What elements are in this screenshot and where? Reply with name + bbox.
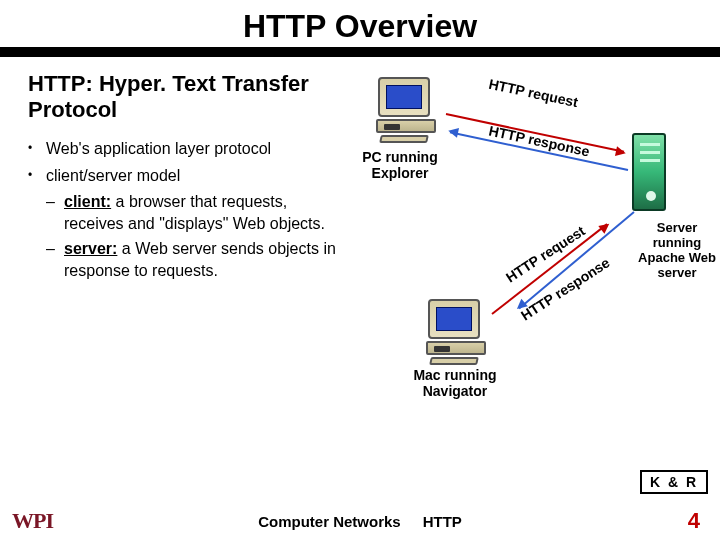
bullet-list: Web's application layer protocol client/… bbox=[28, 138, 338, 282]
server-label: Server running Apache Web server bbox=[634, 221, 720, 281]
sub-bullet-item: server: a Web server sends objects in re… bbox=[46, 238, 338, 281]
pc-label: PC running Explorer bbox=[360, 149, 440, 181]
footer-text: Computer Networks HTTP bbox=[258, 513, 462, 530]
pc-computer-icon bbox=[376, 77, 438, 143]
mac-computer-icon bbox=[426, 299, 488, 365]
request-label: HTTP request bbox=[487, 76, 579, 111]
footer: WPI Computer Networks HTTP 4 bbox=[0, 502, 720, 540]
page-number: 4 bbox=[688, 508, 700, 534]
sub-bullet-list: client: a browser that requests, receive… bbox=[46, 191, 338, 281]
logo-text: WPI bbox=[12, 508, 53, 534]
title-bar: HTTP Overview bbox=[0, 0, 720, 45]
bullet-item: client/server model client: a browser th… bbox=[28, 165, 338, 281]
mac-label: Mac running Navigator bbox=[410, 367, 500, 399]
text-column: HTTP: Hyper. Text Transfer Protocol Web'… bbox=[28, 71, 338, 401]
slide-title: HTTP Overview bbox=[0, 8, 720, 45]
server-icon bbox=[632, 133, 666, 211]
bullet-text: client/server model bbox=[46, 167, 180, 184]
content-area: HTTP: Hyper. Text Transfer Protocol Web'… bbox=[0, 57, 720, 401]
sub-bullet-label: server: bbox=[64, 240, 117, 257]
bullet-item: Web's application layer protocol bbox=[28, 138, 338, 160]
slide: HTTP Overview HTTP: Hyper. Text Transfer… bbox=[0, 0, 720, 540]
title-underline bbox=[0, 47, 720, 57]
footer-left: Computer Networks bbox=[258, 513, 401, 530]
subtitle: HTTP: Hyper. Text Transfer Protocol bbox=[28, 71, 338, 124]
diagram: PC running Explorer Mac running Navigato… bbox=[338, 71, 710, 401]
sub-bullet-label: client: bbox=[64, 193, 111, 210]
sub-bullet-item: client: a browser that requests, receive… bbox=[46, 191, 338, 234]
footer-right: HTTP bbox=[423, 513, 462, 530]
response-label: HTTP response bbox=[487, 123, 591, 160]
wpi-logo-icon: WPI bbox=[12, 508, 53, 534]
reference-badge: K & R bbox=[640, 470, 708, 494]
